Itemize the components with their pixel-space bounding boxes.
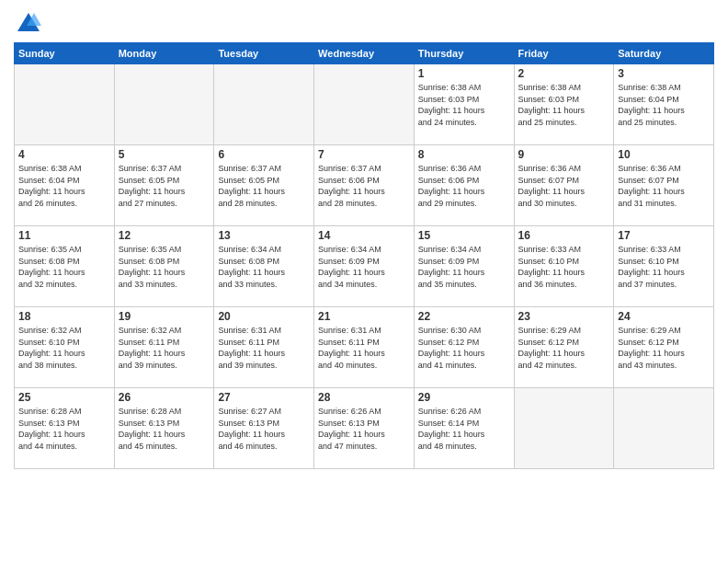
day-info: Sunrise: 6:28 AM Sunset: 6:13 PM Dayligh… <box>18 406 110 452</box>
calendar-cell: 11Sunrise: 6:35 AM Sunset: 6:08 PM Dayli… <box>15 226 115 307</box>
calendar-cell: 5Sunrise: 6:37 AM Sunset: 6:05 PM Daylig… <box>114 145 214 226</box>
day-info: Sunrise: 6:35 AM Sunset: 6:08 PM Dayligh… <box>119 244 210 290</box>
day-number: 14 <box>318 229 410 242</box>
day-info: Sunrise: 6:26 AM Sunset: 6:13 PM Dayligh… <box>318 406 410 452</box>
day-info: Sunrise: 6:37 AM Sunset: 6:06 PM Dayligh… <box>318 163 410 209</box>
day-info: Sunrise: 6:38 AM Sunset: 6:04 PM Dayligh… <box>18 163 110 209</box>
day-number: 13 <box>218 229 310 242</box>
calendar-cell: 16Sunrise: 6:33 AM Sunset: 6:10 PM Dayli… <box>514 226 614 307</box>
day-info: Sunrise: 6:37 AM Sunset: 6:05 PM Dayligh… <box>119 163 210 209</box>
week-row-2: 11Sunrise: 6:35 AM Sunset: 6:08 PM Dayli… <box>15 226 714 307</box>
day-info: Sunrise: 6:31 AM Sunset: 6:11 PM Dayligh… <box>218 325 310 371</box>
day-number: 8 <box>418 148 510 161</box>
day-number: 21 <box>318 310 410 323</box>
day-info: Sunrise: 6:38 AM Sunset: 6:03 PM Dayligh… <box>418 82 510 128</box>
calendar-cell <box>15 64 115 145</box>
day-number: 23 <box>518 310 610 323</box>
day-info: Sunrise: 6:31 AM Sunset: 6:11 PM Dayligh… <box>318 325 410 371</box>
day-number: 9 <box>518 148 610 161</box>
day-info: Sunrise: 6:28 AM Sunset: 6:13 PM Dayligh… <box>119 406 210 452</box>
logo-icon <box>16 9 41 35</box>
day-info: Sunrise: 6:27 AM Sunset: 6:13 PM Dayligh… <box>218 406 310 452</box>
calendar-cell: 18Sunrise: 6:32 AM Sunset: 6:10 PM Dayli… <box>15 307 115 388</box>
calendar-cell: 14Sunrise: 6:34 AM Sunset: 6:09 PM Dayli… <box>314 226 415 307</box>
calendar-cell: 24Sunrise: 6:29 AM Sunset: 6:12 PM Dayli… <box>614 307 714 388</box>
day-number: 15 <box>418 229 510 242</box>
day-number: 10 <box>618 148 710 161</box>
day-number: 4 <box>18 148 110 161</box>
day-info: Sunrise: 6:38 AM Sunset: 6:04 PM Dayligh… <box>618 82 710 128</box>
weekday-header-wednesday: Wednesday <box>314 43 415 64</box>
page: SundayMondayTuesdayWednesdayThursdayFrid… <box>0 0 728 563</box>
day-info: Sunrise: 6:32 AM Sunset: 6:11 PM Dayligh… <box>119 325 210 371</box>
day-info: Sunrise: 6:33 AM Sunset: 6:10 PM Dayligh… <box>618 244 710 290</box>
day-info: Sunrise: 6:34 AM Sunset: 6:09 PM Dayligh… <box>318 244 410 290</box>
calendar-cell: 13Sunrise: 6:34 AM Sunset: 6:08 PM Dayli… <box>214 226 314 307</box>
calendar-cell: 6Sunrise: 6:37 AM Sunset: 6:05 PM Daylig… <box>214 145 314 226</box>
calendar-cell <box>114 64 214 145</box>
calendar-cell: 19Sunrise: 6:32 AM Sunset: 6:11 PM Dayli… <box>114 307 214 388</box>
day-info: Sunrise: 6:35 AM Sunset: 6:08 PM Dayligh… <box>18 244 110 290</box>
day-number: 1 <box>418 67 510 80</box>
day-number: 16 <box>518 229 610 242</box>
day-info: Sunrise: 6:37 AM Sunset: 6:05 PM Dayligh… <box>218 163 310 209</box>
calendar-cell: 23Sunrise: 6:29 AM Sunset: 6:12 PM Dayli… <box>514 307 614 388</box>
day-number: 22 <box>418 310 510 323</box>
header <box>14 9 714 35</box>
day-number: 7 <box>318 148 410 161</box>
calendar-cell: 22Sunrise: 6:30 AM Sunset: 6:12 PM Dayli… <box>414 307 514 388</box>
weekday-header-sunday: Sunday <box>15 43 115 64</box>
weekday-header-monday: Monday <box>114 43 214 64</box>
weekday-header-saturday: Saturday <box>614 43 714 64</box>
day-number: 25 <box>18 391 110 404</box>
calendar-cell <box>614 388 714 469</box>
calendar-cell: 17Sunrise: 6:33 AM Sunset: 6:10 PM Dayli… <box>614 226 714 307</box>
calendar-cell: 2Sunrise: 6:38 AM Sunset: 6:03 PM Daylig… <box>514 64 614 145</box>
day-number: 11 <box>18 229 110 242</box>
day-number: 19 <box>119 310 210 323</box>
day-info: Sunrise: 6:36 AM Sunset: 6:07 PM Dayligh… <box>518 163 610 209</box>
calendar-cell: 15Sunrise: 6:34 AM Sunset: 6:09 PM Dayli… <box>414 226 514 307</box>
calendar-cell: 4Sunrise: 6:38 AM Sunset: 6:04 PM Daylig… <box>15 145 115 226</box>
day-info: Sunrise: 6:29 AM Sunset: 6:12 PM Dayligh… <box>618 325 710 371</box>
calendar-cell: 9Sunrise: 6:36 AM Sunset: 6:07 PM Daylig… <box>514 145 614 226</box>
weekday-header-friday: Friday <box>514 43 614 64</box>
calendar-table: SundayMondayTuesdayWednesdayThursdayFrid… <box>14 42 714 469</box>
calendar-cell: 21Sunrise: 6:31 AM Sunset: 6:11 PM Dayli… <box>314 307 415 388</box>
day-number: 17 <box>618 229 710 242</box>
day-number: 29 <box>418 391 510 404</box>
logo <box>14 9 41 35</box>
day-number: 26 <box>119 391 210 404</box>
day-info: Sunrise: 6:32 AM Sunset: 6:10 PM Dayligh… <box>18 325 110 371</box>
day-info: Sunrise: 6:30 AM Sunset: 6:12 PM Dayligh… <box>418 325 510 371</box>
day-info: Sunrise: 6:36 AM Sunset: 6:07 PM Dayligh… <box>618 163 710 209</box>
calendar-cell: 1Sunrise: 6:38 AM Sunset: 6:03 PM Daylig… <box>414 64 514 145</box>
calendar-cell: 26Sunrise: 6:28 AM Sunset: 6:13 PM Dayli… <box>114 388 214 469</box>
calendar-cell <box>214 64 314 145</box>
calendar-cell: 25Sunrise: 6:28 AM Sunset: 6:13 PM Dayli… <box>15 388 115 469</box>
day-number: 12 <box>119 229 210 242</box>
day-number: 27 <box>218 391 310 404</box>
calendar-cell: 27Sunrise: 6:27 AM Sunset: 6:13 PM Dayli… <box>214 388 314 469</box>
calendar-cell <box>514 388 614 469</box>
calendar-cell: 10Sunrise: 6:36 AM Sunset: 6:07 PM Dayli… <box>614 145 714 226</box>
day-info: Sunrise: 6:33 AM Sunset: 6:10 PM Dayligh… <box>518 244 610 290</box>
calendar-cell: 8Sunrise: 6:36 AM Sunset: 6:06 PM Daylig… <box>414 145 514 226</box>
day-info: Sunrise: 6:38 AM Sunset: 6:03 PM Dayligh… <box>518 82 610 128</box>
day-info: Sunrise: 6:36 AM Sunset: 6:06 PM Dayligh… <box>418 163 510 209</box>
calendar-cell: 20Sunrise: 6:31 AM Sunset: 6:11 PM Dayli… <box>214 307 314 388</box>
day-number: 18 <box>18 310 110 323</box>
day-number: 20 <box>218 310 310 323</box>
calendar-cell <box>314 64 415 145</box>
day-number: 5 <box>119 148 210 161</box>
calendar-cell: 28Sunrise: 6:26 AM Sunset: 6:13 PM Dayli… <box>314 388 415 469</box>
week-row-1: 4Sunrise: 6:38 AM Sunset: 6:04 PM Daylig… <box>15 145 714 226</box>
weekday-header-row: SundayMondayTuesdayWednesdayThursdayFrid… <box>15 43 714 64</box>
day-number: 24 <box>618 310 710 323</box>
weekday-header-tuesday: Tuesday <box>214 43 314 64</box>
calendar-body: 1Sunrise: 6:38 AM Sunset: 6:03 PM Daylig… <box>15 64 714 469</box>
week-row-4: 25Sunrise: 6:28 AM Sunset: 6:13 PM Dayli… <box>15 388 714 469</box>
day-number: 3 <box>618 67 710 80</box>
calendar-cell: 3Sunrise: 6:38 AM Sunset: 6:04 PM Daylig… <box>614 64 714 145</box>
day-number: 2 <box>518 67 610 80</box>
